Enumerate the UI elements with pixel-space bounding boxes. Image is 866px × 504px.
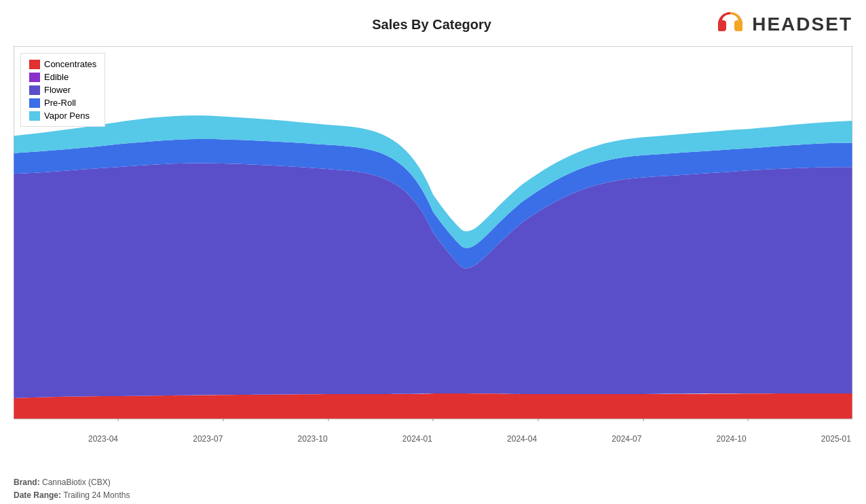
date-range-label: Date Range: (14, 490, 61, 500)
legend: Concentrates Edible Flower Pre-Roll Vapo… (20, 53, 105, 127)
x-label-1: 2023-07 (193, 434, 223, 444)
area-chart (14, 46, 852, 433)
legend-item-edible: Edible (29, 72, 96, 82)
date-range-value: Trailing 24 Months (63, 490, 130, 500)
x-label-3: 2024-01 (402, 434, 432, 444)
preroll-swatch (29, 98, 40, 108)
brand-value: CannaBiotix (CBX) (42, 478, 111, 487)
flower-label: Flower (44, 85, 71, 95)
preroll-label: Pre-Roll (44, 98, 76, 108)
x-label-5: 2024-07 (611, 434, 641, 444)
svg-rect-1 (718, 23, 723, 31)
vapor-pens-label: Vapor Pens (44, 111, 90, 121)
legend-item-flower: Flower (29, 85, 96, 95)
concentrates-swatch (29, 60, 40, 69)
chart-area: Concentrates Edible Flower Pre-Roll Vapo… (14, 46, 852, 433)
logo-text: HEADSET (752, 14, 852, 35)
concentrates-label: Concentrates (44, 59, 96, 69)
brand-label: Brand: (14, 478, 40, 487)
svg-rect-2 (737, 23, 742, 31)
header: Sales By Category HEADSET (0, 0, 866, 41)
x-axis-labels: 2023-04 2023-07 2023-10 2024-01 2024-04 … (14, 433, 852, 444)
edible-swatch (29, 73, 40, 82)
x-label-4: 2024-04 (507, 434, 537, 444)
page-container: Sales By Category HEADSET Concentrates (0, 0, 866, 504)
legend-item-concentrates: Concentrates (29, 59, 96, 69)
concentrates-area (14, 393, 852, 419)
logo-area: HEADSET (714, 8, 852, 41)
edible-label: Edible (44, 72, 69, 82)
date-range-line: Date Range: Trailing 24 Months (14, 489, 852, 502)
x-label-6: 2024-10 (717, 434, 747, 444)
chart-title: Sales By Category (149, 17, 714, 33)
legend-item-vapor-pens: Vapor Pens (29, 111, 96, 121)
flower-swatch (29, 85, 40, 95)
brand-line: Brand: CannaBiotix (CBX) (14, 476, 852, 489)
legend-item-preroll: Pre-Roll (29, 98, 96, 108)
x-label-2: 2023-10 (298, 434, 328, 444)
vapor-pens-swatch (29, 111, 40, 121)
headset-logo-icon (714, 8, 747, 41)
x-label-7: 2025-01 (821, 434, 851, 444)
footer: Brand: CannaBiotix (CBX) Date Range: Tra… (0, 473, 866, 504)
x-label-0: 2023-04 (88, 434, 118, 444)
